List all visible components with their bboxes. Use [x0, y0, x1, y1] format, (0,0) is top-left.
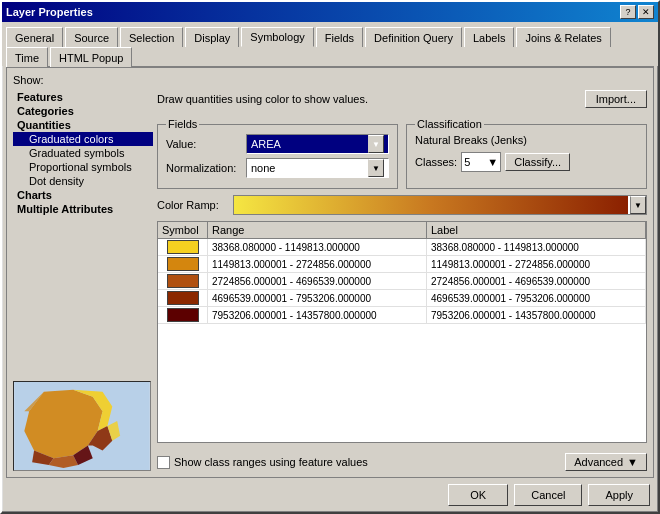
symbol-cell — [158, 307, 208, 323]
color-ramp-dropdown[interactable]: ▼ — [233, 195, 647, 215]
normalization-dropdown[interactable]: none ▼ — [246, 158, 389, 178]
tree-item-quantities[interactable]: Quantities — [13, 118, 153, 132]
range-cell: 2724856.000001 - 4696539.000000 — [208, 273, 427, 289]
tree-item-proportional-symbols[interactable]: Proportional symbols — [13, 160, 153, 174]
color-swatch — [167, 257, 199, 271]
range-cell: 4696539.000001 - 7953206.000000 — [208, 290, 427, 306]
normalization-label: Normalization: — [166, 162, 246, 174]
symbol-cell — [158, 239, 208, 255]
classification-fieldset: Classification Natural Breaks (Jenks) Cl… — [406, 118, 647, 189]
table-header: Symbol Range Label — [158, 222, 646, 239]
table-row[interactable]: 2724856.000001 - 4696539.0000002724856.0… — [158, 273, 646, 290]
classify-button[interactable]: Classify... — [505, 153, 570, 171]
tab-fields[interactable]: Fields — [316, 27, 363, 47]
symbol-cell — [158, 256, 208, 272]
color-swatch — [167, 308, 199, 322]
color-swatch — [167, 291, 199, 305]
advanced-arrow-icon: ▼ — [627, 456, 638, 468]
classification-legend: Classification — [415, 118, 484, 130]
symbol-cell — [158, 290, 208, 306]
classification-type: Natural Breaks (Jenks) — [415, 134, 638, 146]
color-ramp-preview — [234, 196, 628, 214]
tree-item-dot-density[interactable]: Dot density — [13, 174, 153, 188]
tab-joins-relates[interactable]: Joins & Relates — [516, 27, 610, 47]
show-class-ranges-label: Show class ranges using feature values — [174, 456, 368, 468]
symbol-cell — [158, 273, 208, 289]
color-swatch — [167, 240, 199, 254]
import-button[interactable]: Import... — [585, 90, 647, 108]
normalization-row: Normalization: none ▼ — [166, 158, 389, 178]
bottom-row: Show class ranges using feature values A… — [157, 453, 647, 471]
right-panel: Draw quantities using color to show valu… — [157, 90, 647, 471]
range-cell: 38368.080000 - 1149813.000000 — [208, 239, 427, 255]
title-bar-buttons: ? ✕ — [620, 5, 654, 19]
table-body: 38368.080000 - 1149813.00000038368.08000… — [158, 239, 646, 324]
title-bar: Layer Properties ? ✕ — [2, 2, 658, 22]
label-cell: 38368.080000 - 1149813.000000 — [427, 239, 646, 255]
color-ramp-label: Color Ramp: — [157, 199, 227, 211]
cancel-button[interactable]: Cancel — [514, 484, 582, 506]
value-label: Value: — [166, 138, 246, 150]
table-row[interactable]: 38368.080000 - 1149813.00000038368.08000… — [158, 239, 646, 256]
color-ramp-arrow[interactable]: ▼ — [630, 196, 646, 214]
tab-definition-query[interactable]: Definition Query — [365, 27, 462, 47]
value-dropdown-arrow[interactable]: ▼ — [368, 135, 384, 153]
tree: FeaturesCategoriesQuantitiesGraduated co… — [13, 90, 153, 216]
classes-dropdown[interactable]: 5 ▼ — [461, 152, 501, 172]
tab-selection[interactable]: Selection — [120, 27, 183, 47]
map-preview — [13, 381, 151, 471]
tab-general[interactable]: General — [6, 27, 63, 47]
tree-item-charts[interactable]: Charts — [13, 188, 153, 202]
map-svg — [14, 382, 150, 470]
left-panel: FeaturesCategoriesQuantitiesGraduated co… — [13, 90, 153, 471]
tree-item-graduated-colors[interactable]: Graduated colors — [13, 132, 153, 146]
tab-display[interactable]: Display — [185, 27, 239, 47]
value-dropdown[interactable]: AREA ▼ — [246, 134, 389, 154]
label-cell: 4696539.000001 - 7953206.000000 — [427, 290, 646, 306]
tab-content: Show: FeaturesCategoriesQuantitiesGradua… — [6, 66, 654, 478]
window-title: Layer Properties — [6, 6, 93, 18]
help-button[interactable]: ? — [620, 5, 636, 19]
label-cell: 7953206.000001 - 14357800.000000 — [427, 307, 646, 323]
apply-button[interactable]: Apply — [588, 484, 650, 506]
tree-item-features[interactable]: Features — [13, 90, 153, 104]
col-label: Label — [427, 222, 646, 238]
tree-item-graduated-symbols[interactable]: Graduated symbols — [13, 146, 153, 160]
close-button[interactable]: ✕ — [638, 5, 654, 19]
tree-item-categories[interactable]: Categories — [13, 104, 153, 118]
tab-source[interactable]: Source — [65, 27, 118, 47]
range-cell: 1149813.000001 - 2724856.000000 — [208, 256, 427, 272]
fields-fieldset: Fields Value: AREA ▼ Normalization: none — [157, 118, 398, 189]
show-class-ranges-row: Show class ranges using feature values — [157, 456, 368, 469]
draw-header: Draw quantities using color to show valu… — [157, 90, 647, 108]
tab-html-popup[interactable]: HTML Popup — [50, 47, 132, 67]
normalization-dropdown-arrow[interactable]: ▼ — [368, 159, 384, 177]
label-cell: 2724856.000001 - 4696539.000000 — [427, 273, 646, 289]
tab-time[interactable]: Time — [6, 47, 48, 67]
fieldset-row: Fields Value: AREA ▼ Normalization: none — [157, 118, 647, 189]
tab-labels[interactable]: Labels — [464, 27, 514, 47]
range-cell: 7953206.000001 - 14357800.000000 — [208, 307, 427, 323]
tab-symbology[interactable]: Symbology — [241, 27, 313, 47]
main-content: FeaturesCategoriesQuantitiesGraduated co… — [13, 90, 647, 471]
table-row[interactable]: 7953206.000001 - 14357800.0000007953206.… — [158, 307, 646, 324]
symbol-table: Symbol Range Label 38368.080000 - 114981… — [157, 221, 647, 443]
classes-label: Classes: — [415, 156, 457, 168]
classes-row: Classes: 5 ▼ Classify... — [415, 152, 638, 172]
show-class-ranges-checkbox[interactable] — [157, 456, 170, 469]
color-swatch — [167, 274, 199, 288]
footer: OK Cancel Apply — [2, 478, 658, 512]
value-row: Value: AREA ▼ — [166, 134, 389, 154]
advanced-button[interactable]: Advanced ▼ — [565, 453, 647, 471]
fields-legend: Fields — [166, 118, 199, 130]
table-row[interactable]: 1149813.000001 - 2724856.0000001149813.0… — [158, 256, 646, 273]
show-label: Show: — [13, 74, 647, 86]
col-range: Range — [208, 222, 427, 238]
tree-item-multiple-attributes[interactable]: Multiple Attributes — [13, 202, 153, 216]
tab-bar: General Source Selection Display Symbolo… — [2, 22, 658, 66]
table-row[interactable]: 4696539.000001 - 7953206.0000004696539.0… — [158, 290, 646, 307]
layer-properties-window: Layer Properties ? ✕ General Source Sele… — [0, 0, 660, 514]
ok-button[interactable]: OK — [448, 484, 508, 506]
label-cell: 1149813.000001 - 2724856.000000 — [427, 256, 646, 272]
col-symbol: Symbol — [158, 222, 208, 238]
